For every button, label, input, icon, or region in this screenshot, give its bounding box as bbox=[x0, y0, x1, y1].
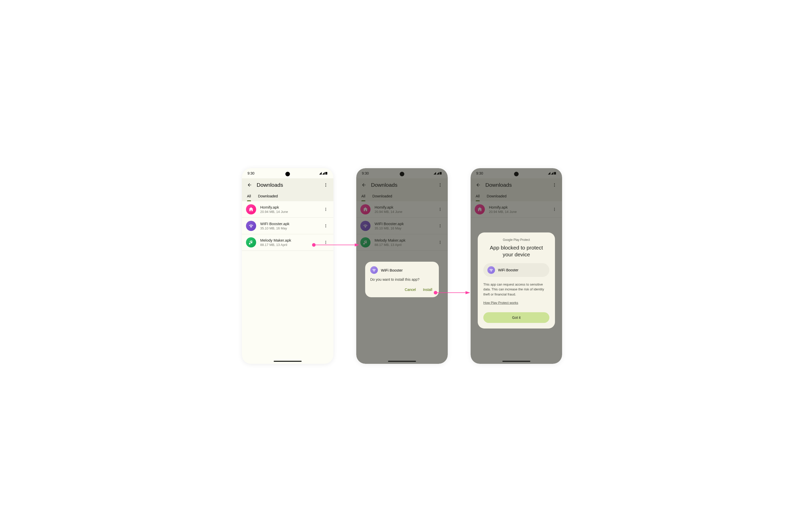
svg-point-12 bbox=[325, 243, 326, 244]
wifi-icon bbox=[248, 223, 254, 229]
install-button[interactable]: Install bbox=[422, 286, 433, 293]
dialog-question: Do you want to install this app? bbox=[370, 278, 434, 282]
item-meta: 88.17 MB, 13 April bbox=[260, 243, 318, 247]
item-overflow-button[interactable] bbox=[322, 206, 329, 213]
more-vert-icon bbox=[323, 183, 328, 187]
status-time: 9:30 bbox=[247, 171, 254, 175]
svg-point-7 bbox=[325, 224, 326, 225]
status-icons bbox=[319, 171, 328, 175]
svg-point-9 bbox=[325, 227, 326, 227]
block-dialog: Google Play Protect App blocked to prote… bbox=[478, 232, 555, 328]
dialog-app-chip: WiFi Booster bbox=[483, 263, 549, 277]
wifi-booster-icon bbox=[487, 266, 495, 274]
svg-point-11 bbox=[325, 242, 326, 243]
tab-all[interactable]: All bbox=[247, 192, 251, 201]
phone-screen-1: 9:30 Downloads All Downloaded Homify.apk bbox=[242, 168, 333, 364]
svg-point-6 bbox=[325, 210, 326, 211]
music-note-icon bbox=[248, 240, 254, 245]
item-name: Homify.apk bbox=[260, 205, 318, 209]
svg-point-3 bbox=[325, 186, 326, 187]
more-vert-icon bbox=[324, 207, 328, 211]
homify-icon bbox=[246, 204, 256, 214]
phone-screen-3: 9:30 Downloads All Downloaded Homify.apk… bbox=[471, 168, 562, 364]
more-vert-icon bbox=[324, 240, 328, 244]
flow-marker-dot bbox=[434, 291, 437, 294]
list-item[interactable]: WIFI Booster.apk 35.10 MB, 16 May bbox=[242, 218, 333, 234]
item-overflow-button[interactable] bbox=[322, 239, 329, 246]
svg-rect-0 bbox=[325, 172, 327, 174]
tab-downloaded[interactable]: Downloaded bbox=[258, 192, 278, 201]
cancel-button[interactable]: Cancel bbox=[404, 286, 416, 293]
svg-point-2 bbox=[325, 185, 326, 186]
app-header: Downloads All Downloaded bbox=[242, 178, 333, 201]
downloads-list: Homify.apk 20.94 MB, 14 June WIFI Booste… bbox=[242, 201, 333, 251]
dialog-app-name: WiFi Booster bbox=[498, 268, 518, 272]
svg-point-1 bbox=[325, 183, 326, 184]
svg-point-5 bbox=[325, 209, 326, 210]
dialog-eyebrow: Google Play Protect bbox=[483, 238, 549, 242]
page-title: Downloads bbox=[257, 182, 319, 188]
dialog-title: App blocked to protect your device bbox=[483, 244, 549, 258]
flow-marker-dot bbox=[312, 243, 316, 247]
arrow-back-icon bbox=[247, 183, 252, 188]
item-name: WIFI Booster.apk bbox=[260, 222, 318, 226]
nav-bar[interactable] bbox=[388, 361, 416, 362]
item-name: Melody Maker.apk bbox=[260, 238, 318, 242]
more-vert-icon bbox=[324, 224, 328, 228]
install-dialog: WiFi Booster Do you want to install this… bbox=[365, 262, 439, 297]
dialog-link[interactable]: How Play Protect works bbox=[483, 301, 518, 305]
svg-point-10 bbox=[325, 241, 326, 242]
nav-bar[interactable] bbox=[502, 361, 530, 362]
item-meta: 35.10 MB, 16 May bbox=[260, 226, 318, 230]
dialog-app-name: WiFi Booster bbox=[381, 268, 403, 272]
tabs: All Downloaded bbox=[245, 192, 330, 201]
phone-screen-2: 9:30 Downloads All Downloaded Homify.apk… bbox=[356, 168, 448, 364]
item-overflow-button[interactable] bbox=[322, 222, 329, 229]
header-overflow-button[interactable] bbox=[322, 182, 329, 189]
home-icon bbox=[248, 207, 254, 212]
item-meta: 20.94 MB, 14 June bbox=[260, 210, 318, 214]
wifi-booster-icon bbox=[246, 221, 256, 231]
list-item[interactable]: Melody Maker.apk 88.17 MB, 13 April bbox=[242, 234, 333, 251]
melody-maker-icon bbox=[246, 237, 256, 247]
svg-point-8 bbox=[325, 226, 326, 226]
camera-hole bbox=[285, 172, 290, 176]
nav-bar[interactable] bbox=[274, 361, 302, 362]
back-button[interactable] bbox=[246, 182, 253, 189]
got-it-button[interactable]: Got it bbox=[483, 312, 549, 323]
list-item[interactable]: Homify.apk 20.94 MB, 14 June bbox=[242, 201, 333, 218]
dialog-body: This app can request access to sensitive… bbox=[483, 282, 549, 297]
wifi-booster-icon bbox=[370, 266, 378, 274]
svg-point-4 bbox=[325, 208, 326, 209]
